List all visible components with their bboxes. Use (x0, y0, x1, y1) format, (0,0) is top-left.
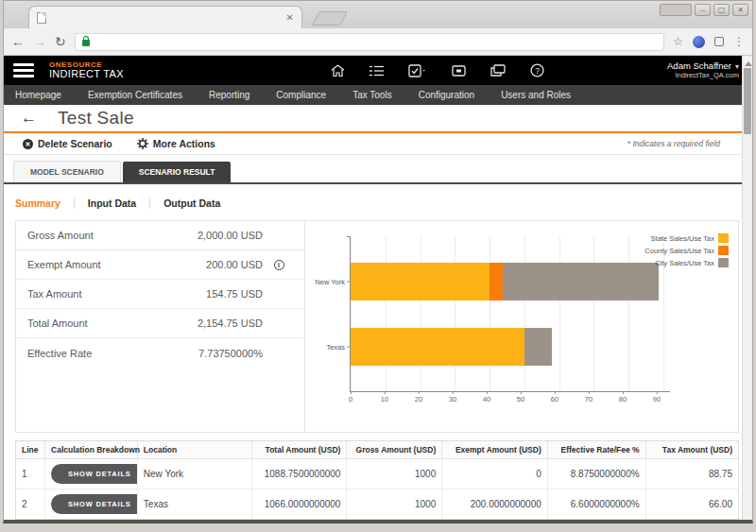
cell-tax: 66.00 (645, 489, 738, 520)
info-icon[interactable]: i (274, 260, 284, 270)
window-controls: – ▢ ✕ (660, 4, 748, 16)
nav-item-reporting[interactable]: Reporting (209, 90, 249, 100)
subtab-summary[interactable]: Summary (15, 197, 74, 209)
browser-menu-icon[interactable]: ⋮ (733, 35, 745, 48)
x-tick-label: 0 (349, 395, 352, 403)
new-tab-button[interactable] (312, 11, 348, 26)
x-tick-label: 60 (551, 395, 558, 403)
summary-label: Gross Amount (27, 230, 198, 241)
close-button[interactable]: ✕ (732, 4, 748, 16)
cell-exempt: 0 (442, 459, 548, 489)
actions-row: ✕ Delete Scenario More Actions * Indicat… (4, 133, 752, 155)
subtab-input-data[interactable]: Input Data (74, 197, 149, 209)
bar-segment-city[interactable] (503, 263, 660, 300)
show-details-button[interactable]: SHOW DETAILS (51, 464, 137, 484)
nav-item-configuration[interactable]: Configuration (419, 90, 474, 100)
summary-value: 2,000.00 USD (198, 230, 263, 241)
summary-panel: Gross Amount 2,000.00 USD Exempt Amount … (16, 221, 305, 432)
summary-label: Total Amount (27, 317, 198, 329)
cell-location: Texas (137, 489, 251, 520)
gridline (524, 236, 525, 391)
gridline (559, 236, 560, 391)
delete-icon: ✕ (23, 139, 33, 149)
results-table: Line Calculation Breakdown Location Tota… (16, 441, 738, 519)
category-label: New York (315, 278, 345, 286)
scrollbar-up-icon[interactable] (745, 58, 752, 66)
table-header-row: Line Calculation Breakdown Location Tota… (16, 441, 738, 459)
forward-icon: → (33, 35, 46, 48)
more-actions-button[interactable]: More Actions (137, 138, 215, 149)
maximize-button[interactable]: ▢ (713, 4, 730, 16)
required-field-note: * Indicates a required field (627, 139, 720, 148)
browser-tab[interactable]: ✕ (28, 6, 302, 28)
tab-model-scenario[interactable]: MODEL SCENARIO (13, 161, 121, 182)
brand-logo: ONESOURCE INDIRECT TAX (49, 61, 124, 80)
brand-product: INDIRECT TAX (49, 69, 124, 80)
profile-avatar[interactable] (693, 36, 705, 48)
scrollbar-thumb[interactable] (744, 68, 751, 134)
page-icon (37, 12, 46, 24)
bar-segment-state[interactable] (351, 263, 490, 300)
page-title: Test Sale (58, 108, 134, 129)
bar-segment-city[interactable] (524, 328, 552, 366)
page-viewport: ONESOURCE INDIRECT TAX (3, 56, 753, 523)
col-gross-amount: Gross Amount (USD) (347, 441, 442, 459)
delete-scenario-label: Delete Scenario (38, 138, 112, 149)
legend-item: State Sales/Use Tax (644, 233, 729, 243)
window-badge (660, 4, 692, 16)
minimize-button[interactable]: – (695, 4, 711, 16)
user-menu[interactable]: Adam Schaffner▾ IndirectTax_QA.com (667, 61, 739, 80)
gridline (490, 236, 490, 391)
tab-scenario-result[interactable]: SCENARIO RESULT (123, 162, 232, 182)
home-icon[interactable] (331, 64, 345, 77)
tab-close-icon[interactable]: ✕ (286, 13, 294, 23)
address-bar[interactable] (75, 33, 665, 51)
chart-legend: State Sales/Use Tax County Sales/Use Tax… (644, 233, 729, 270)
cell-tax: 88.75 (645, 459, 738, 489)
nav-item-exemption-certificates[interactable]: Exemption Certificates (88, 90, 182, 100)
results-table-wrap: Line Calculation Breakdown Location Tota… (15, 440, 739, 520)
x-tick-label: 30 (449, 395, 456, 403)
nav-item-tax-tools[interactable]: Tax Tools (352, 90, 392, 100)
app-header: ONESOURCE INDIRECT TAX (4, 56, 752, 85)
delete-scenario-button[interactable]: ✕ Delete Scenario (23, 138, 112, 149)
bookmark-star-icon[interactable]: ☆ (673, 35, 683, 48)
help-icon[interactable]: ? (530, 63, 544, 77)
summary-value: 7.73750000% (198, 348, 263, 359)
category-tick (347, 282, 351, 283)
bar-segment-state[interactable] (351, 328, 524, 366)
bar-new-york[interactable]: New York (351, 263, 663, 300)
back-icon[interactable]: ← (11, 35, 25, 48)
nav-item-homepage[interactable]: Homepage (15, 90, 61, 100)
page-scrollbar[interactable] (742, 56, 752, 520)
tasks-icon[interactable] (408, 64, 427, 77)
archive-icon[interactable] (452, 64, 466, 77)
page-back-icon[interactable]: ← (21, 109, 37, 128)
gridline (351, 236, 352, 391)
nav-item-compliance[interactable]: Compliance (276, 90, 326, 100)
user-org: IndirectTax_QA.com (667, 72, 739, 80)
gridline (421, 236, 421, 391)
legend-swatch (718, 233, 729, 243)
summary-label: Tax Amount (27, 288, 206, 300)
legend-item: County Sales/Use Tax (644, 246, 729, 255)
nav-item-users-and-roles[interactable]: Users and Roles (501, 90, 571, 100)
cell-location: New York (137, 459, 251, 489)
worklist-icon[interactable] (369, 65, 384, 77)
cell-line: 1 (16, 459, 45, 489)
summary-value: 154.75 USD (206, 288, 263, 300)
hamburger-menu-icon[interactable] (13, 63, 34, 77)
summary-and-chart: Gross Amount 2,000.00 USD Exempt Amount … (15, 220, 739, 433)
user-name: Adam Schaffner (667, 60, 731, 71)
page-title-bar: ← Test Sale (4, 105, 752, 133)
cell-gross: 1000 (347, 459, 442, 489)
messages-icon[interactable] (490, 64, 506, 77)
reload-icon[interactable]: ↻ (55, 35, 66, 48)
show-details-button[interactable]: SHOW DETAILS (51, 494, 137, 514)
bar-texas[interactable]: Texas (351, 328, 663, 366)
subtab-output-data[interactable]: Output Data (149, 197, 233, 209)
cell-rate: 6.6000000000% (547, 489, 645, 520)
chart-x-ticks: 0102030405060708090 (351, 391, 657, 404)
bar-segment-county[interactable] (490, 263, 503, 300)
extension-icon[interactable] (714, 37, 724, 46)
